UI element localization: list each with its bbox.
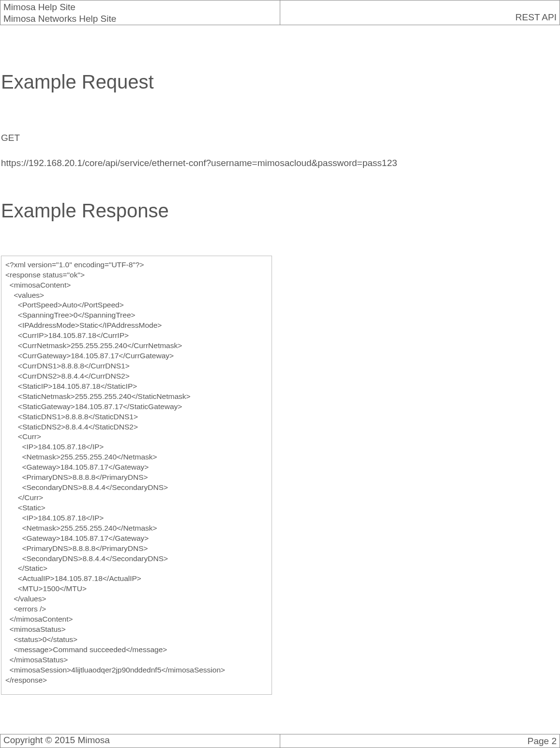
header-right-label: REST API — [515, 12, 557, 23]
header-title-line1: Mimosa Help Site — [3, 1, 277, 13]
footer-page-label: Page 2 — [528, 736, 557, 747]
header-left-cell: Mimosa Help Site Mimosa Networks Help Si… — [0, 0, 280, 25]
example-request-heading: Example Request — [1, 71, 559, 93]
request-method: GET — [1, 131, 559, 145]
page-content: Example Request GET https://192.168.20.1… — [0, 71, 560, 695]
request-block: GET https://192.168.20.1/core/api/servic… — [1, 131, 559, 171]
page-footer: Copyright © 2015 Mimosa Page 2 — [0, 734, 560, 748]
page-header: Mimosa Help Site Mimosa Networks Help Si… — [0, 0, 560, 25]
example-response-heading: Example Response — [1, 200, 559, 222]
footer-copyright: Copyright © 2015 Mimosa — [3, 735, 110, 745]
header-title-line2: Mimosa Networks Help Site — [3, 13, 277, 25]
response-code-box: <?xml version="1.0" encoding="UTF-8"?> <… — [1, 256, 272, 695]
request-url: https://192.168.20.1/core/api/service/et… — [1, 156, 559, 170]
footer-right-cell: Page 2 — [280, 734, 560, 748]
footer-left-cell: Copyright © 2015 Mimosa — [0, 734, 280, 748]
header-right-cell: REST API — [280, 0, 560, 25]
